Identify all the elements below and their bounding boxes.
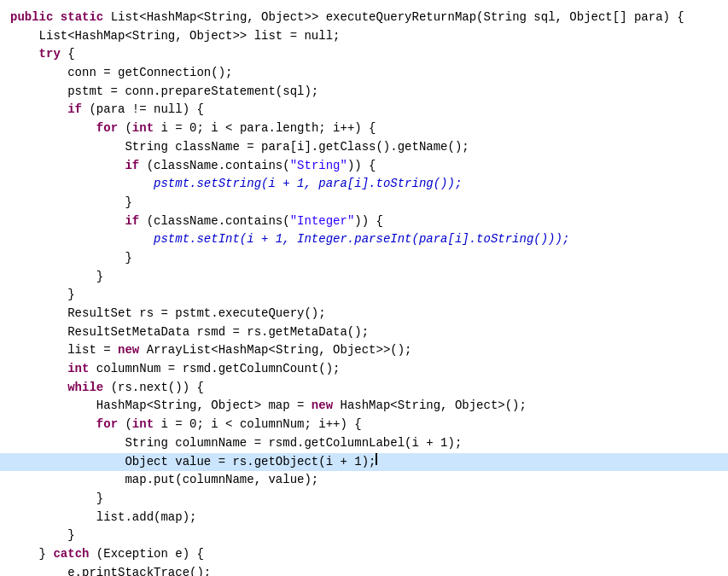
code-segment: (para != null) { — [82, 101, 204, 119]
code-line: if (para != null) { — [0, 101, 728, 119]
code-segment: "Integer" — [290, 212, 355, 231]
code-segment: (rs.next()) { — [103, 379, 204, 398]
code-segment: static — [61, 9, 103, 27]
code-segment: list = — [10, 341, 118, 360]
code-segment: catch — [53, 545, 89, 564]
code-segment: try — [39, 45, 61, 64]
code-line: } catch (Exception e) { — [0, 545, 728, 564]
code-line: try { — [0, 45, 728, 64]
code-segment: ( — [118, 416, 132, 434]
code-segment: conn = getConnection(); — [10, 64, 232, 83]
code-segment: pstmt.setString(i + 1, para[i].toString(… — [154, 175, 462, 194]
code-segment: ResultSetMetaData rsmd = rs.getMetaData(… — [10, 323, 369, 342]
code-segment: )) { — [347, 157, 376, 176]
code-line: if (className.contains("Integer")) { — [0, 212, 728, 231]
code-lines: public static List<HashMap<String, Objec… — [0, 9, 728, 576]
code-segment: for — [96, 416, 118, 434]
code-segment: List<HashMap<String, Object>> executeQue… — [103, 9, 684, 27]
code-segment: Object value = rs.getObject(i + 1); — [10, 453, 376, 472]
code-segment: new — [312, 397, 333, 416]
code-line: public static List<HashMap<String, Objec… — [0, 9, 728, 27]
code-line: for (int i = 0; i < para.length; i++) { — [0, 119, 728, 138]
code-line: while (rs.next()) { — [0, 379, 728, 398]
code-line: } — [0, 268, 728, 287]
code-segment: String columnName = rsmd.getColumnLabel(… — [10, 434, 462, 453]
cursor — [376, 453, 377, 465]
code-segment: (className.contains( — [139, 157, 289, 176]
code-segment — [10, 175, 154, 194]
code-segment — [10, 379, 67, 398]
code-segment: ArrayList<HashMap<String, Object>>(); — [139, 341, 411, 360]
code-segment: e.printStackTrace(); — [10, 564, 211, 576]
code-segment: int — [132, 416, 154, 434]
code-segment: { — [61, 45, 75, 64]
code-block: public static List<HashMap<String, Objec… — [0, 0, 728, 576]
code-segment: ResultSet rs = pstmt.executeQuery(); — [10, 305, 326, 323]
code-segment: HashMap<String, Object> map = — [10, 397, 312, 416]
code-line: } — [0, 527, 728, 545]
code-line: e.printStackTrace(); — [0, 564, 728, 576]
code-segment — [10, 45, 39, 64]
code-segment: List<HashMap<String, Object>> list = nul… — [10, 27, 340, 46]
code-segment — [10, 119, 96, 138]
code-segment: } — [10, 268, 103, 287]
code-segment: int — [67, 360, 89, 379]
code-segment: i = 0; i < columnNum; i++) { — [154, 416, 362, 434]
code-segment: } — [10, 286, 75, 305]
code-line: pstmt = conn.prepareStatement(sql); — [0, 83, 728, 102]
code-segment: for — [96, 119, 118, 138]
code-line: pstmt.setInt(i + 1, Integer.parseInt(par… — [0, 230, 728, 249]
code-segment: )) { — [354, 212, 383, 231]
code-line: map.put(columnName, value); — [0, 471, 728, 490]
code-segment: } — [10, 194, 132, 212]
code-segment: String className = para[i].getClass().ge… — [10, 138, 469, 157]
code-segment: } — [10, 249, 132, 268]
code-segment: } — [10, 490, 103, 509]
code-line: list.add(map); — [0, 509, 728, 527]
code-segment — [53, 9, 60, 27]
code-segment: } — [10, 527, 75, 545]
code-segment: pstmt = conn.prepareStatement(sql); — [10, 83, 318, 102]
code-segment — [10, 230, 154, 249]
code-segment: HashMap<String, Object>(); — [333, 397, 527, 416]
code-segment — [10, 360, 67, 379]
code-line: String className = para[i].getClass().ge… — [0, 138, 728, 157]
code-segment: pstmt.setInt(i + 1, Integer.parseInt(par… — [154, 230, 569, 249]
code-segment — [10, 157, 125, 176]
code-segment: (Exception e) { — [89, 545, 203, 564]
code-line: } — [0, 194, 728, 212]
code-line: if (className.contains("String")) { — [0, 157, 728, 176]
code-segment: "String" — [290, 157, 347, 176]
code-line: HashMap<String, Object> map = new HashMa… — [0, 397, 728, 416]
code-segment: if — [125, 212, 139, 231]
code-segment: public — [10, 9, 53, 27]
code-line: Object value = rs.getObject(i + 1); — [0, 453, 728, 472]
code-segment: ( — [118, 119, 132, 138]
code-segment: } — [10, 545, 53, 564]
code-segment: while — [67, 379, 103, 398]
code-segment: if — [67, 101, 82, 119]
code-line: pstmt.setString(i + 1, para[i].toString(… — [0, 175, 728, 194]
code-line: ResultSetMetaData rsmd = rs.getMetaData(… — [0, 323, 728, 342]
code-line: List<HashMap<String, Object>> list = nul… — [0, 27, 728, 46]
code-segment: (className.contains( — [139, 212, 289, 231]
code-segment: columnNum = rsmd.getColumnCount(); — [89, 360, 340, 379]
code-line: list = new ArrayList<HashMap<String, Obj… — [0, 341, 728, 360]
code-segment — [10, 416, 96, 434]
code-line: for (int i = 0; i < columnNum; i++) { — [0, 416, 728, 434]
code-segment: new — [118, 341, 139, 360]
code-line: } — [0, 249, 728, 268]
code-segment: map.put(columnName, value); — [10, 471, 318, 490]
code-segment: int — [132, 119, 154, 138]
code-segment: i = 0; i < para.length; i++) { — [154, 119, 376, 138]
code-segment: if — [125, 157, 139, 176]
code-segment — [10, 101, 67, 119]
code-line: ResultSet rs = pstmt.executeQuery(); — [0, 305, 728, 323]
code-line: } — [0, 490, 728, 509]
code-line: } — [0, 286, 728, 305]
code-line: String columnName = rsmd.getColumnLabel(… — [0, 434, 728, 453]
code-segment: list.add(map); — [10, 509, 196, 527]
code-line: int columnNum = rsmd.getColumnCount(); — [0, 360, 728, 379]
code-line: conn = getConnection(); — [0, 64, 728, 83]
code-segment — [10, 212, 125, 231]
